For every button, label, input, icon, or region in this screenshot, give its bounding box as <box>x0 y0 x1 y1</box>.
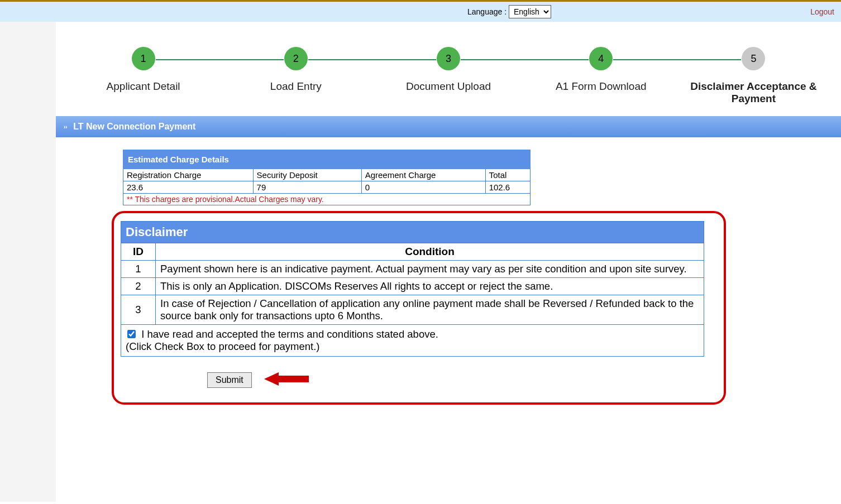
table-row: 2 This is only an Application. DISCOMs R… <box>121 278 704 295</box>
language-select[interactable]: English <box>509 5 551 18</box>
arrow-left-icon <box>264 371 309 389</box>
language-label: Language : <box>467 7 506 16</box>
disclaimer-col-cond: Condition <box>156 243 704 261</box>
disclaimer-highlight-box: Disclaimer ID Condition 1 Payment shown … <box>112 211 726 405</box>
estimated-charge-table: Estimated Charge Details Registration Ch… <box>123 150 531 205</box>
disclaimer-id: 1 <box>121 261 156 278</box>
disclaimer-id: 3 <box>121 295 156 325</box>
est-header: Total <box>485 169 530 181</box>
step-number: 3 <box>437 47 460 70</box>
disclaimer-col-id: ID <box>121 243 156 261</box>
step-label: Load Entry <box>219 80 372 93</box>
stepper: 1 Applicant Detail 2 Load Entry 3 Docume… <box>56 22 841 116</box>
step-number: 4 <box>589 47 613 70</box>
step-label: A1 Form Download <box>525 80 677 93</box>
step-load-entry[interactable]: 2 Load Entry <box>219 47 372 93</box>
disclaimer-condition: Payment shown here is an indicative paym… <box>156 261 704 278</box>
step-label: Disclaimer Acceptance & Payment <box>677 80 830 105</box>
top-bar: Language : English Logout <box>0 2 841 22</box>
submit-button[interactable]: Submit <box>207 372 252 388</box>
section-title: LT New Connection Payment <box>73 122 195 131</box>
step-disclaimer-payment[interactable]: 5 Disclaimer Acceptance & Payment <box>677 47 830 105</box>
est-note: ** This charges are provisional.Actual C… <box>123 194 531 205</box>
est-value: 0 <box>361 181 485 194</box>
est-value: 79 <box>253 181 361 194</box>
est-header: Agreement Charge <box>361 169 485 181</box>
step-document-upload[interactable]: 3 Document Upload <box>372 47 524 93</box>
chevron-right-icon: ›› <box>64 124 68 130</box>
step-label: Document Upload <box>372 80 524 93</box>
step-number: 5 <box>742 47 765 70</box>
table-row: 1 Payment shown here is an indicative pa… <box>121 261 704 278</box>
accept-terms-text: I have read and accepted the terms and c… <box>141 328 438 340</box>
disclaimer-id: 2 <box>121 278 156 295</box>
svg-marker-0 <box>264 372 309 386</box>
table-row: 3 In case of Rejection / Cancellation of… <box>121 295 704 325</box>
left-gutter <box>0 22 56 502</box>
disclaimer-condition: In case of Rejection / Cancellation of a… <box>156 295 704 325</box>
accept-terms-checkbox[interactable] <box>127 330 136 338</box>
disclaimer-title: Disclaimer <box>121 222 704 243</box>
disclaimer-table: Disclaimer ID Condition 1 Payment shown … <box>121 221 704 357</box>
logout-link[interactable]: Logout <box>810 7 834 16</box>
est-value: 102.6 <box>485 181 530 194</box>
est-title: Estimated Charge Details <box>123 150 531 169</box>
disclaimer-condition: This is only an Application. DISCOMs Res… <box>156 278 704 295</box>
step-label: Applicant Detail <box>67 80 219 93</box>
accept-terms-hint: (Click Check Box to proceed for payment.… <box>126 340 320 352</box>
step-a1-form-download[interactable]: 4 A1 Form Download <box>525 47 677 93</box>
est-value: 23.6 <box>123 181 254 194</box>
step-number: 2 <box>284 47 308 70</box>
step-applicant-detail[interactable]: 1 Applicant Detail <box>67 47 219 93</box>
section-header: ›› LT New Connection Payment <box>56 116 841 137</box>
est-header: Security Deposit <box>253 169 361 181</box>
step-number: 1 <box>132 47 155 70</box>
est-header: Registration Charge <box>123 169 254 181</box>
